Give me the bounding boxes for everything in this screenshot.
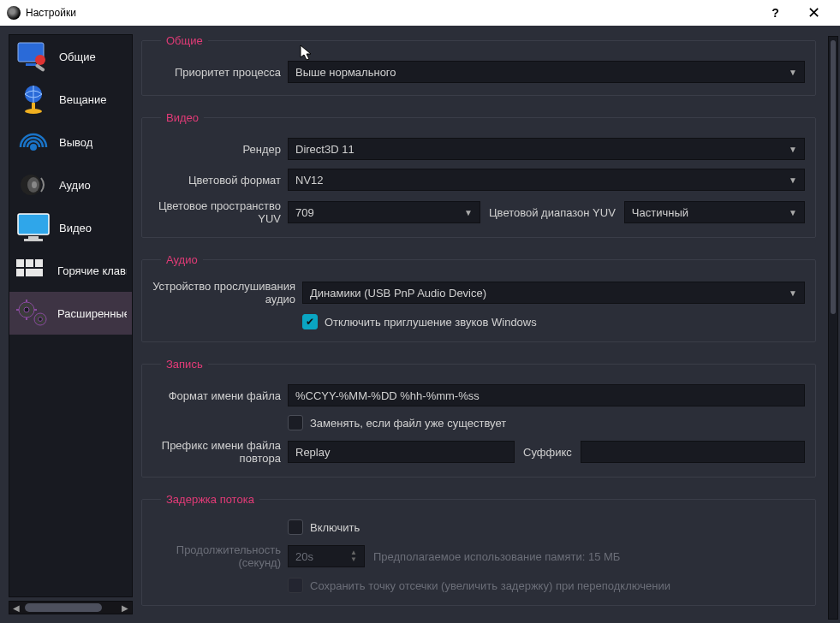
renderer-select[interactable]: Direct3D 11 ▼ <box>288 138 805 160</box>
scroll-right-icon[interactable]: ▶ <box>118 602 132 614</box>
svg-rect-12 <box>28 236 39 239</box>
svg-rect-5 <box>32 103 35 110</box>
sidebar-item-label: Горячие клавиши <box>57 264 127 277</box>
window-title: Настройки <box>26 7 756 19</box>
app-icon <box>7 6 21 20</box>
sidebar-item-stream[interactable]: Вещание <box>9 78 132 121</box>
chevron-down-icon: ▼ <box>464 208 473 217</box>
svg-rect-14 <box>16 259 24 267</box>
color-space-label: Цветовое пространство YUV <box>152 199 288 225</box>
filename-format-field[interactable] <box>295 389 797 402</box>
chevron-down-icon: ▼ <box>789 175 797 185</box>
select-value: NV12 <box>295 174 324 187</box>
group-recording: Запись Формат имени файла Заменять, если… <box>141 358 816 478</box>
sidebar-item-label: Общие <box>59 50 96 63</box>
monitor-device-select[interactable]: Динамики (USB PnP Audio Device) ▼ <box>302 282 805 304</box>
globe-stream-icon <box>15 82 52 116</box>
group-audio: Аудио Устройство прослушивания аудио Дин… <box>141 253 816 342</box>
sidebar-item-general[interactable]: Общие <box>9 35 132 78</box>
overwrite-checkbox[interactable] <box>288 415 303 430</box>
monitor-wrench-icon <box>15 39 52 74</box>
svg-point-2 <box>35 55 45 65</box>
delay-preserve-label: Сохранить точку отсечки (увеличить задер… <box>310 579 670 592</box>
select-value: Выше нормального <box>295 66 396 79</box>
group-video: Видео Рендер Direct3D 11 ▼ Цветовой форм… <box>141 111 816 238</box>
spinner-value: 20s <box>295 550 313 563</box>
replay-prefix-input[interactable] <box>288 441 515 463</box>
group-legend: Общие <box>161 34 208 47</box>
svg-point-20 <box>24 307 29 312</box>
group-general: Общие Приоритет процесса Выше нормальног… <box>141 34 816 96</box>
gears-icon <box>15 296 51 330</box>
titlebar: Настройки ? ✕ <box>0 0 840 26</box>
group-legend: Видео <box>161 111 204 124</box>
signal-output-icon <box>15 125 52 159</box>
chevron-down-icon: ▼ <box>789 208 797 217</box>
svg-rect-1 <box>26 63 36 66</box>
sidebar-item-label: Вывод <box>59 136 92 149</box>
settings-sidebar: Общие Вещание Вывод Аудио <box>9 34 133 597</box>
close-button[interactable]: ✕ <box>795 0 833 26</box>
group-legend: Задержка потока <box>161 493 259 506</box>
svg-rect-15 <box>26 259 33 267</box>
select-value: Частичный <box>632 206 688 219</box>
sidebar-item-label: Видео <box>59 222 92 234</box>
svg-point-10 <box>32 181 37 188</box>
delay-enable-checkbox[interactable] <box>288 519 303 535</box>
svg-rect-13 <box>24 239 43 241</box>
memory-estimate-label: Предполагаемое использование памяти: 15 … <box>365 550 629 563</box>
filename-format-label: Формат имени файла <box>152 389 288 402</box>
svg-point-6 <box>25 109 42 114</box>
delay-duration-spinner: 20s ▲▼ <box>288 545 365 567</box>
sidebar-item-label: Расширенные <box>57 307 127 320</box>
spinner-arrows-icon: ▲▼ <box>350 549 357 563</box>
delay-preserve-checkbox <box>288 578 303 593</box>
scroll-thumb[interactable] <box>25 603 102 612</box>
replay-prefix-field[interactable] <box>295 446 507 459</box>
delay-enable-label: Включить <box>310 521 360 534</box>
chevron-down-icon: ▼ <box>789 288 797 298</box>
color-range-label: Цветовой диапазон YUV <box>480 206 624 219</box>
chevron-down-icon: ▼ <box>789 145 797 154</box>
replay-prefix-label: Префикс имени файла повтора <box>152 439 288 465</box>
sidebar-item-advanced[interactable]: Расширенные <box>9 292 132 335</box>
select-value: Direct3D 11 <box>295 143 354 156</box>
chevron-down-icon: ▼ <box>789 68 797 77</box>
svg-point-7 <box>30 144 37 151</box>
group-stream-delay: Задержка потока Включить Продолжительнос… <box>141 493 816 606</box>
disable-ducking-checkbox[interactable] <box>302 314 318 329</box>
svg-rect-16 <box>35 259 43 267</box>
overwrite-label: Заменять, если файл уже существует <box>310 417 506 430</box>
monitor-icon <box>15 211 52 245</box>
filename-format-input[interactable] <box>288 384 805 406</box>
sidebar-item-audio[interactable]: Аудио <box>9 163 132 206</box>
scroll-left-icon[interactable]: ◀ <box>9 602 23 614</box>
delay-duration-label: Продолжительность (секунд) <box>152 543 288 569</box>
sidebar-item-video[interactable]: Видео <box>9 206 132 249</box>
color-format-label: Цветовой формат <box>152 174 288 187</box>
settings-panel: Общие Приоритет процесса Выше нормальног… <box>133 26 840 623</box>
svg-point-22 <box>39 317 43 322</box>
svg-rect-17 <box>16 269 24 276</box>
sidebar-hscrollbar[interactable]: ◀ ▶ <box>9 601 133 614</box>
color-range-select[interactable]: Частичный ▼ <box>624 201 805 223</box>
priority-select[interactable]: Выше нормального ▼ <box>288 61 805 83</box>
svg-rect-11 <box>18 214 49 234</box>
group-legend: Аудио <box>161 253 203 266</box>
replay-suffix-field[interactable] <box>588 446 797 459</box>
color-space-select[interactable]: 709 ▼ <box>288 201 480 223</box>
sidebar-item-label: Аудио <box>59 179 91 192</box>
scroll-thumb[interactable] <box>831 40 836 314</box>
renderer-label: Рендер <box>152 143 288 156</box>
replay-suffix-input[interactable] <box>581 441 805 463</box>
sidebar-item-hotkeys[interactable]: Горячие клавиши <box>9 249 132 292</box>
group-legend: Запись <box>161 358 208 371</box>
sidebar-item-output[interactable]: Вывод <box>9 121 132 163</box>
sidebar-item-label: Вещание <box>59 93 107 106</box>
help-button[interactable]: ? <box>756 0 795 26</box>
select-value: Динамики (USB PnP Audio Device) <box>310 287 486 300</box>
color-format-select[interactable]: NV12 ▼ <box>288 169 805 191</box>
keyboard-icon <box>15 253 51 288</box>
speaker-icon <box>15 168 52 202</box>
vertical-scrollbar[interactable] <box>828 36 838 620</box>
